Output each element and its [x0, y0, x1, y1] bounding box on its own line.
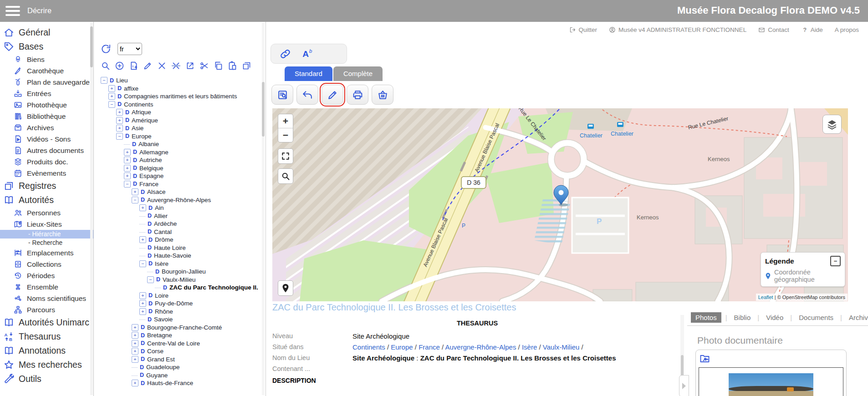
sidebar-item-autres-documents[interactable]: Autres documents: [14, 145, 93, 156]
tree-expand-toggle[interactable]: +: [139, 300, 146, 307]
sidebar-item-lieux-sites[interactable]: Lieux-Sites: [14, 218, 93, 230]
sidebar-item-bibliotheque[interactable]: Bibliothèque: [14, 111, 93, 122]
tree-expand-toggle[interactable]: +: [124, 165, 131, 172]
edit-icon[interactable]: [143, 61, 153, 71]
alias-ab-icon[interactable]: Ab: [301, 48, 314, 60]
tree-expand-toggle[interactable]: +: [132, 356, 138, 363]
fullscreen-button[interactable]: [278, 148, 293, 164]
tree-node-bretagne[interactable]: +DBretagne: [101, 331, 266, 340]
tree-expand-toggle[interactable]: +: [116, 125, 123, 132]
header-link-quitter[interactable]: Quitter: [569, 26, 597, 33]
tree-node-bourgogne-franche-comte[interactable]: +DBourgogne-Franche-Comté: [101, 324, 266, 332]
tree-node-guyane[interactable]: DGuyane: [101, 371, 266, 380]
tree-node-ain[interactable]: +DAin: [101, 204, 266, 212]
tree-node-corse[interactable]: +DCorse: [101, 347, 266, 355]
tree-expand-toggle[interactable]: +: [139, 292, 146, 299]
copy-icon[interactable]: [214, 61, 223, 71]
basket-button[interactable]: [372, 85, 393, 105]
tree-node-cantal[interactable]: DCantal: [101, 228, 266, 236]
tree-node-haute-savoie[interactable]: DHaute-Savoie: [101, 252, 266, 260]
tree-node-albanie[interactable]: DAlbanie: [101, 140, 266, 148]
zoom-in-button[interactable]: +: [278, 114, 293, 128]
tree-node-compagnies-maritimes-et-leurs-batiments[interactable]: +DCompagnies maritimes et leurs bâtiment…: [101, 92, 266, 101]
sidebar-item-recherche[interactable]: - Recherche: [0, 239, 93, 247]
sidebar-item-personnes[interactable]: Personnes: [14, 207, 93, 218]
language-select[interactable]: fr: [117, 43, 142, 55]
tree-collapse-toggle[interactable]: −: [101, 77, 107, 84]
leaflet-link[interactable]: Leaflet: [758, 294, 773, 300]
sidebar-item-hierarchie[interactable]: - Hiérarchie: [0, 230, 93, 239]
sidebar-item-collections[interactable]: Collections: [14, 259, 93, 270]
form-search-button[interactable]: [271, 85, 293, 105]
tree-expand-toggle[interactable]: +: [116, 109, 123, 116]
tree-expand-toggle[interactable]: +: [132, 348, 138, 355]
tree-node-guadeloupe[interactable]: DGuadeloupe: [101, 363, 266, 371]
tree-expand-toggle[interactable]: +: [108, 93, 115, 100]
tree-expand-toggle[interactable]: +: [139, 308, 146, 315]
tree-expand-toggle[interactable]: +: [132, 380, 138, 386]
sidebar-item-noms-scientifiques[interactable]: Noms scientifiques: [14, 293, 93, 304]
tree-expand-toggle[interactable]: +: [124, 149, 131, 156]
tree-node-ardeche[interactable]: DArdèche: [101, 220, 266, 228]
sidebar-item-archives[interactable]: Archives: [14, 122, 93, 133]
sidebar-item-autorites-unimarc[interactable]: Autorités Unimarc: [0, 315, 93, 330]
sidebar-item-parcours[interactable]: Parcours: [14, 304, 93, 315]
header-link-aide[interactable]: ?Aide: [801, 26, 823, 33]
print-button[interactable]: [347, 85, 368, 105]
tree-collapse-toggle[interactable]: −: [147, 276, 154, 283]
sidebar-item-produits-doc[interactable]: Produits doc.: [14, 156, 93, 168]
sidebar-item-registres[interactable]: Registres: [0, 179, 93, 193]
tree-node-grand-est[interactable]: +DGrand Est: [101, 355, 266, 364]
tree-node-lieu[interactable]: −DLieu: [101, 76, 266, 85]
tree-collapse-toggle[interactable]: −: [116, 133, 123, 140]
tree-collapse-toggle[interactable]: −: [132, 197, 138, 203]
tree-node-puy-de-dome[interactable]: +DPuy-de-Dôme: [101, 300, 266, 308]
tree-expand-toggle[interactable]: +: [132, 332, 138, 339]
open-external-icon[interactable]: [185, 61, 195, 71]
sidebar-item-emplacements[interactable]: Emplacements: [14, 247, 93, 259]
breadcrumb-link-france[interactable]: France: [419, 343, 440, 351]
tree-node-autriche[interactable]: +DAutriche: [101, 156, 266, 164]
sidebar-item-plan-de-sauvegarde[interactable]: Plan de sauvegarde: [14, 76, 93, 88]
zoom-out-button[interactable]: −: [278, 128, 293, 142]
tree-expand-toggle[interactable]: +: [132, 324, 138, 331]
tree-expand-toggle[interactable]: +: [108, 85, 115, 92]
sidebar-scrollbar[interactable]: [90, 23, 93, 395]
tree-expand-toggle[interactable]: +: [116, 117, 123, 124]
tree-node-afrique[interactable]: +DAfrique: [101, 108, 266, 117]
media-tab-photos[interactable]: Photos: [691, 312, 721, 323]
delete-disabled-icon[interactable]: [171, 61, 181, 71]
sidebar-item-mes-recherches[interactable]: Mes recherches: [0, 358, 93, 372]
breadcrumb-link-europe[interactable]: Europe: [391, 343, 413, 351]
sidebar-item-autorites[interactable]: Autorités: [0, 193, 93, 207]
delete-icon[interactable]: [157, 61, 167, 71]
breadcrumb-link-vaulx-milieu[interactable]: Vaulx-Milieu: [543, 343, 580, 351]
legend-collapse-button[interactable]: −: [830, 256, 841, 266]
tab-standard[interactable]: Standard: [285, 66, 332, 81]
breadcrumb-link-continents[interactable]: Continents: [352, 343, 385, 351]
sidebar-item-general[interactable]: Général: [0, 25, 93, 40]
paste-icon[interactable]: [228, 61, 237, 71]
undo-button[interactable]: [296, 85, 318, 105]
breadcrumb-link-isere[interactable]: Isère: [522, 343, 537, 351]
panel-collapse-handle[interactable]: [679, 375, 689, 396]
tree-node-bourgoin-jallieu[interactable]: DBourgoin-Jallieu: [101, 268, 266, 276]
tree-node-vaulx-milieu[interactable]: −DVaulx-Milieu: [101, 276, 266, 284]
tree-expand-toggle[interactable]: +: [124, 157, 131, 163]
header-link-a-propos[interactable]: A propos: [835, 26, 859, 33]
media-tab-biblio[interactable]: Biblio: [731, 312, 754, 323]
tree-node-drome[interactable]: +DDrôme: [101, 236, 266, 244]
sidebar-item-thesaurus[interactable]: ABThesaurus: [0, 330, 93, 344]
tree-expand-toggle[interactable]: +: [124, 173, 131, 179]
sidebar-item-carotheque[interactable]: Carothèque: [14, 65, 93, 76]
edit-button[interactable]: [322, 85, 343, 105]
tree-node-alsace[interactable]: +DAlsace: [101, 188, 266, 196]
tree-node-affixe[interactable]: +Daffixe: [101, 85, 266, 93]
sidebar-item-periodes[interactable]: Périodes: [14, 270, 93, 281]
breadcrumb-link-auvergne-rhone-alpes[interactable]: Auvergne-Rhône-Alpes: [445, 343, 516, 351]
header-link-musee-v4-administrateur-fonctionnel[interactable]: Musée v4 ADMINISTRATEUR FONCTIONNEL: [609, 26, 746, 33]
sidebar-item-evenements[interactable]: Evènements: [14, 168, 93, 179]
media-tab-documents[interactable]: Documents: [796, 312, 836, 323]
sidebar-item-bases[interactable]: Bases: [0, 40, 93, 54]
tree-node-belgique[interactable]: +DBelgique: [101, 164, 266, 173]
